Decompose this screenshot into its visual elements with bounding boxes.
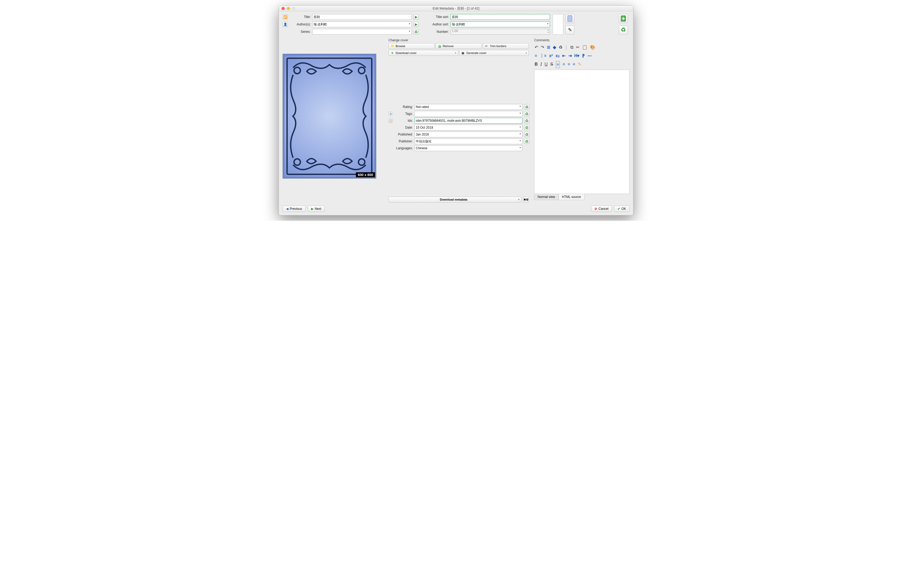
ids-input[interactable] — [415, 118, 522, 124]
color-icon[interactable]: 🎨 — [590, 44, 595, 50]
underline-icon[interactable]: U — [545, 61, 548, 68]
outdent-icon[interactable]: ⇥ — [568, 53, 572, 59]
configure-download-icon[interactable]: ✖⚙ — [523, 197, 529, 202]
clear-ids-icon[interactable]: ♻ — [524, 118, 529, 123]
title-input[interactable] — [312, 14, 412, 20]
edit-metadata-window: Edit Metadata - 原则 - [2 of 42] 🔁 Title: … — [279, 5, 633, 215]
rating-label: Rating: — [395, 105, 413, 109]
align-right-icon[interactable]: ≡ — [567, 61, 570, 68]
swap-title-author-icon[interactable]: 🔁 — [283, 14, 288, 19]
recycle-icon: ♻ — [438, 44, 441, 48]
tags-editor-icon[interactable]: ☰ — [389, 111, 393, 116]
redo-icon[interactable]: ↷ — [541, 44, 544, 50]
published-input[interactable] — [415, 131, 522, 137]
superscript-icon[interactable]: x² — [549, 53, 553, 59]
languages-label: Languages: — [395, 146, 413, 150]
window-title: Edit Metadata - 原则 - [2 of 42] — [279, 6, 633, 11]
check-icon: ✔ — [617, 207, 620, 211]
bold-icon[interactable]: B — [535, 61, 538, 68]
clear-icon[interactable]: ◆ — [553, 44, 556, 50]
svg-point-2 — [294, 67, 300, 74]
generate-cover-button[interactable]: ▦Generate cover — [459, 50, 529, 56]
unordered-list-icon[interactable]: ⋮≡ — [540, 53, 546, 59]
paste-ids-icon[interactable]: 📋 — [389, 118, 393, 123]
undo-icon[interactable]: ↶ — [535, 44, 538, 50]
authors-label: Author(s): — [290, 23, 311, 26]
publisher-label: Publisher: — [395, 139, 413, 143]
reset-icon[interactable]: ♻ — [559, 44, 562, 50]
crop-icon: ✂ — [485, 44, 488, 48]
heading-icon[interactable]: H▾ — [574, 53, 580, 59]
hr-icon[interactable]: — — [587, 53, 591, 59]
clear-published-icon[interactable]: ♻ — [524, 132, 529, 137]
publisher-input[interactable] — [415, 138, 522, 144]
cover-dimensions: 600 x 800 — [356, 172, 375, 177]
date-label: Date: — [395, 126, 413, 129]
chevron-right-icon: ▶ — [311, 207, 314, 211]
cover-preview[interactable]: 600 x 800 — [283, 54, 376, 179]
copy-icon[interactable]: ⧉ — [570, 44, 573, 50]
tags-label: Tags: — [395, 112, 413, 116]
change-cover-label: Change cover — [389, 38, 529, 42]
align-center-icon[interactable]: ≡ — [562, 61, 565, 68]
add-format-icon[interactable] — [619, 14, 628, 23]
clear-series-icon[interactable]: ♻ — [413, 29, 419, 34]
clear-rating-icon[interactable]: ♻ — [524, 104, 529, 110]
tab-html-source[interactable]: HTML source — [559, 194, 585, 200]
folder-icon: 📁 — [391, 44, 394, 48]
format-list[interactable] — [552, 14, 563, 35]
download-cover-button[interactable]: ▼Download cover — [389, 50, 458, 56]
authors-to-sort-icon[interactable]: ▶ — [413, 22, 419, 27]
title-label: Title: — [290, 15, 311, 19]
remove-format-icon[interactable]: ≣ — [547, 44, 550, 50]
clear-publisher-icon[interactable]: ♻ — [524, 139, 529, 144]
generate-icon: ▦ — [462, 51, 465, 55]
series-label: Series: — [290, 30, 311, 34]
languages-input[interactable] — [415, 145, 522, 151]
open-book-icon[interactable] — [565, 14, 574, 23]
remove-format-icon[interactable]: ♻ — [619, 26, 628, 34]
cover-ornament-icon — [285, 57, 373, 176]
series-number-input[interactable]: 1.00 — [450, 29, 550, 35]
published-label: Published: — [395, 132, 413, 136]
download-metadata-button[interactable]: Download metadata — [389, 197, 522, 202]
authors-input[interactable] — [312, 21, 412, 27]
trim-borders-button[interactable]: ✂Trim borders — [483, 43, 529, 49]
cancel-icon: ⊘ — [595, 207, 597, 211]
remove-cover-button[interactable]: ♻Remove — [436, 43, 482, 49]
ordered-list-icon[interactable]: ≡ — [535, 53, 537, 59]
clear-date-icon[interactable]: ♻ — [524, 125, 529, 130]
strike-icon[interactable]: S — [550, 61, 553, 68]
highlight-icon[interactable]: ✎ — [578, 61, 581, 68]
next-button[interactable]: ▶Next — [308, 206, 325, 212]
cancel-button[interactable]: ⊘Cancel — [591, 206, 612, 212]
date-input[interactable] — [415, 124, 522, 131]
paste-icon[interactable]: 📋 — [582, 44, 587, 50]
browse-cover-button[interactable]: 📁Browse — [389, 43, 434, 49]
align-justify-icon[interactable]: ≡ — [573, 61, 575, 68]
ok-button[interactable]: ✔OK — [614, 206, 629, 212]
subscript-icon[interactable]: x₂ — [556, 53, 559, 59]
titlebar: Edit Metadata - 原则 - [2 of 42] — [279, 6, 633, 11]
indent-icon[interactable]: ⇤ — [562, 53, 565, 59]
link-icon[interactable]: ⁋ — [582, 53, 585, 59]
italic-icon[interactable]: I — [541, 61, 542, 68]
tab-normal-view[interactable]: Normal view — [534, 194, 559, 200]
clear-tags-icon[interactable]: ♻ — [524, 111, 529, 116]
series-input[interactable] — [312, 29, 412, 35]
editor-toolbar: ↶ ↷ ≣ ◆ ♻ │ ⧉ ✂ 📋 🎨 — [534, 43, 629, 52]
align-left-icon[interactable]: ≡ — [556, 61, 560, 68]
editor-toolbar-3: B I U S ≡ ≡ ≡ ≡ ✎ — [534, 60, 629, 69]
cut-icon[interactable]: ✂ — [576, 44, 579, 50]
edit-metadata-from-format-icon[interactable]: ✎ — [565, 26, 574, 34]
rating-input[interactable] — [415, 104, 522, 110]
tags-input[interactable] — [415, 111, 522, 117]
previous-button[interactable]: ◀Previous — [283, 206, 306, 212]
ids-label: Ids: — [395, 119, 413, 123]
title-to-sort-icon[interactable]: ▶ — [413, 14, 419, 19]
title-sort-input[interactable] — [450, 14, 550, 20]
manage-authors-icon[interactable]: 👤 — [283, 22, 288, 27]
comments-editor[interactable] — [534, 69, 629, 194]
editor-toolbar-2: ≡ ⋮≡ x² x₂ ⇤ ⇥ H▾ ⁋ — — [534, 52, 629, 60]
author-sort-input[interactable] — [450, 21, 550, 27]
